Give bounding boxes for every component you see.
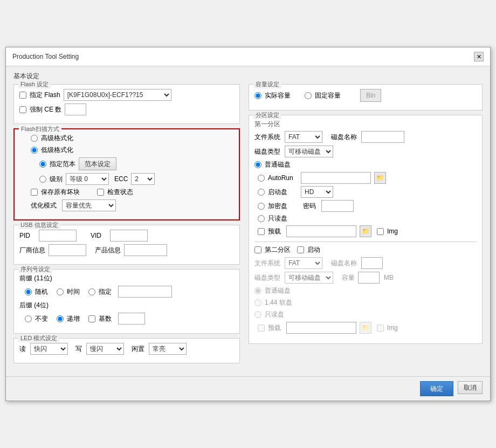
confirm-button[interactable]: 确定 bbox=[420, 381, 453, 396]
autorun-folder-button[interactable]: 📁 bbox=[374, 172, 386, 184]
autorun-path-input[interactable]: C:\Documents and Set bbox=[301, 172, 371, 184]
fixed-capacity-radio[interactable] bbox=[305, 92, 312, 99]
specify-flash-checkbox[interactable] bbox=[19, 92, 26, 99]
preload-label: 预载 bbox=[268, 227, 281, 236]
second-fs-select[interactable]: FAT bbox=[285, 257, 322, 269]
advanced-format-radio[interactable] bbox=[31, 135, 38, 142]
save-bad-blocks-label: 保存原有坏块 bbox=[41, 188, 80, 197]
second-preload-path-input[interactable] bbox=[286, 322, 356, 334]
encrypted-radio[interactable] bbox=[258, 203, 265, 210]
base-checkbox[interactable] bbox=[88, 315, 95, 322]
flash-scan-title: Flash扫描方式 bbox=[19, 125, 61, 133]
force-ce-input[interactable]: 1 bbox=[65, 104, 86, 115]
first-fs-select[interactable]: FAT bbox=[285, 131, 322, 143]
readonly-radio[interactable] bbox=[258, 215, 265, 222]
vid-input[interactable]: 1aa6 bbox=[110, 230, 148, 242]
optimize-select[interactable]: 容量优先 bbox=[62, 199, 116, 211]
base-label: 基数 bbox=[99, 314, 112, 323]
second-disk-name-input[interactable]: 22 bbox=[361, 257, 383, 269]
level-radio[interactable] bbox=[39, 176, 46, 183]
specify-range-radio[interactable] bbox=[39, 161, 46, 168]
check-status-checkbox[interactable] bbox=[97, 189, 104, 196]
second-preload-row: 预载 📁 Img bbox=[258, 322, 477, 334]
serial-settings-title: 序列号设定 bbox=[18, 265, 52, 273]
advanced-format-label: 高级格式化 bbox=[41, 134, 73, 143]
password-input[interactable]: 1111 bbox=[321, 200, 354, 212]
specify-range-row: 指定范本 范本设定 bbox=[39, 157, 233, 170]
read-select[interactable]: 快闪 bbox=[30, 343, 68, 355]
flash-settings-title: Flash 设定 bbox=[18, 80, 51, 88]
range-setting-button[interactable]: 范本设定 bbox=[79, 157, 116, 170]
actual-capacity-radio[interactable] bbox=[254, 92, 261, 99]
second-img-checkbox[interactable] bbox=[377, 325, 384, 332]
random-radio[interactable] bbox=[25, 288, 32, 295]
level-label: 级别 bbox=[50, 175, 63, 184]
specify-radio[interactable] bbox=[88, 288, 95, 295]
pid-input[interactable]: 0202 bbox=[39, 230, 77, 242]
second-preload-checkbox[interactable] bbox=[258, 325, 265, 332]
boot-disk-radio[interactable] bbox=[258, 189, 265, 196]
second-disk-type-select[interactable]: 可移动磁盘 bbox=[285, 272, 333, 284]
main-window: Production Tool Setting ✕ 基本设定 Flash 设定 … bbox=[5, 47, 491, 401]
low-format-radio[interactable] bbox=[31, 147, 38, 154]
unchanged-radio[interactable] bbox=[25, 315, 32, 322]
autorun-radio[interactable] bbox=[258, 175, 265, 182]
base-value-input[interactable]: 21e bbox=[118, 313, 145, 325]
second-boot-label: 启动 bbox=[307, 245, 320, 254]
increment-label: 递增 bbox=[67, 314, 80, 323]
increment-radio[interactable] bbox=[57, 315, 64, 322]
first-disk-name-input[interactable] bbox=[361, 131, 404, 143]
preload-path-input[interactable]: C:\Documents and Settir bbox=[286, 225, 356, 237]
bin-button[interactable]: Bin bbox=[360, 89, 381, 102]
second-capacity-label: 容量 bbox=[342, 273, 355, 282]
manufacturer-input[interactable]: USB 2.0 bbox=[49, 244, 86, 256]
write-select[interactable]: 慢闪 bbox=[86, 343, 124, 355]
main-content: 基本设定 Flash 设定 指定 Flash [K9F1G08U0x]-ECF1… bbox=[6, 66, 490, 376]
ecc-select[interactable]: 2 bbox=[131, 173, 155, 185]
footer: 确定 取消 bbox=[6, 376, 490, 401]
time-radio[interactable] bbox=[57, 288, 64, 295]
product-input[interactable]: Flash Disk bbox=[124, 244, 167, 256]
level-row: 级别 等级 0 ECC 2 bbox=[39, 173, 233, 185]
specify-range-label: 指定范本 bbox=[50, 160, 75, 169]
specify-value-input[interactable]: 111111111111 bbox=[118, 286, 172, 298]
save-bad-blocks-checkbox[interactable] bbox=[31, 189, 38, 196]
second-boot-label-checkbox[interactable] bbox=[297, 246, 304, 253]
ecc-label: ECC bbox=[114, 175, 128, 183]
boot-type-select[interactable]: HD bbox=[301, 186, 333, 198]
second-readonly-radio[interactable] bbox=[254, 311, 261, 318]
first-normal-disk-radio[interactable] bbox=[254, 161, 261, 168]
second-partition-boot-checkbox[interactable] bbox=[254, 246, 261, 253]
second-floppy-radio[interactable] bbox=[254, 299, 261, 306]
optimize-label: 优化模式 bbox=[31, 201, 57, 210]
force-ce-row: 强制 CE 数 1 bbox=[19, 104, 234, 115]
close-button[interactable]: ✕ bbox=[474, 52, 484, 61]
second-preload-folder-button[interactable]: 📁 bbox=[360, 322, 371, 334]
cancel-button[interactable]: 取消 bbox=[458, 381, 483, 394]
second-disk-type-row: 磁盘类型 可移动磁盘 容量 5 MB bbox=[254, 272, 477, 284]
usb-settings-title: USB 信息设定 bbox=[18, 221, 60, 229]
left-column: Flash 设定 指定 Flash [K9F1G08U0x]-ECF1??15 … bbox=[13, 84, 240, 369]
level-select[interactable]: 等级 0 bbox=[66, 173, 109, 185]
first-normal-disk-row: 普通磁盘 bbox=[254, 160, 477, 169]
serial-prefix-section: 前缀 (11位) 随机 时间 指定 111111111111 bbox=[19, 274, 234, 298]
manufacturer-label: 厂商信息 bbox=[19, 246, 45, 255]
time-label: 时间 bbox=[67, 287, 80, 297]
img-checkbox[interactable] bbox=[377, 228, 384, 235]
prefix-options-row: 随机 时间 指定 111111111111 bbox=[25, 286, 234, 298]
second-normal-disk-radio[interactable] bbox=[254, 287, 261, 294]
second-capacity-input[interactable]: 5 bbox=[358, 272, 380, 284]
product-label: 产品信息 bbox=[95, 246, 121, 255]
first-disk-type-select[interactable]: 可移动磁盘 bbox=[285, 146, 333, 157]
force-ce-checkbox[interactable] bbox=[19, 106, 26, 113]
second-floppy-row: 1.44 软盘 bbox=[254, 298, 477, 307]
preload-row: 预载 C:\Documents and Settir 📁 Img bbox=[258, 225, 477, 237]
flash-scan-group: Flash扫描方式 高级格式化 低级格式化 指定范本 范本设定 bbox=[13, 128, 240, 220]
specify-flash-select[interactable]: [K9F1G08U0x]-ECF1??15 bbox=[64, 89, 171, 101]
check-status-label: 检查状态 bbox=[107, 188, 133, 197]
second-img-label: Img bbox=[387, 324, 398, 332]
idle-select[interactable]: 常亮 bbox=[149, 343, 187, 355]
first-fs-label: 文件系统 bbox=[254, 133, 281, 142]
preload-folder-button[interactable]: 📁 bbox=[360, 225, 371, 237]
preload-checkbox[interactable] bbox=[258, 228, 265, 235]
